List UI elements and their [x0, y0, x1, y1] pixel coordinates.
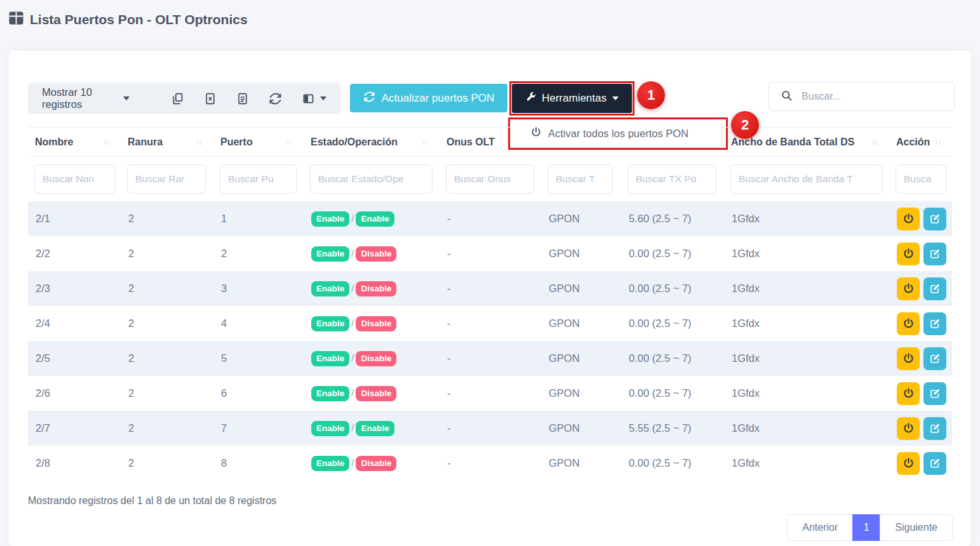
filter-puerto-input[interactable]: [220, 164, 297, 194]
filter-ranura-input[interactable]: [127, 164, 206, 194]
power-icon: [903, 457, 915, 469]
admin-state-badge: Enable: [311, 351, 349, 366]
oper-state-badge: Enable: [356, 421, 394, 436]
state-separator: /: [351, 213, 354, 223]
admin-state-badge: Enable: [311, 281, 349, 296]
toggle-port-button[interactable]: [897, 277, 920, 300]
bandwidth-value: 1Gfdx: [732, 422, 760, 434]
edit-icon: [929, 353, 941, 364]
port-value: 8: [221, 457, 227, 469]
toggle-port-button[interactable]: [897, 312, 920, 335]
reload-icon[interactable]: [269, 92, 282, 105]
edit-port-button[interactable]: [923, 417, 946, 440]
tx-power-value: 0.00 (2.5 ~ 7): [629, 352, 692, 364]
sort-icon: ↑↓: [871, 138, 878, 147]
edit-icon: [929, 283, 941, 295]
edit-port-button[interactable]: [923, 347, 946, 370]
filter-estado-input[interactable]: [310, 164, 433, 194]
filter-onus-input[interactable]: [446, 164, 534, 194]
page: Lista Puertos Pon - OLT Optronics Mostra…: [0, 0, 980, 546]
slot-value: 2: [128, 248, 134, 259]
refresh-icon: [363, 91, 375, 106]
edit-icon: [929, 213, 941, 225]
table-row: 2/3 2 3 Enable/Disable - GPON 0.00 (2.5 …: [28, 271, 952, 306]
state-separator: /: [351, 317, 354, 328]
toggle-port-button[interactable]: [897, 417, 920, 440]
edit-port-button[interactable]: [923, 382, 946, 405]
pagination-next-button[interactable]: Siguiente: [880, 514, 953, 541]
bandwidth-value: 1Gfdx: [732, 213, 760, 224]
onus-value: -: [447, 422, 451, 434]
page-title: Lista Puertos Pon - OLT Optronics: [9, 11, 248, 28]
power-icon: [903, 387, 915, 399]
bandwidth-value: 1Gfdx: [732, 352, 760, 364]
pagination-page-1[interactable]: 1: [852, 514, 880, 541]
table-row: 2/2 2 2 Enable/Disable - GPON 0.00 (2.5 …: [28, 236, 952, 271]
admin-state-badge: Enable: [311, 386, 349, 401]
sort-icon: ↑↓: [422, 138, 428, 147]
copy-icon[interactable]: [171, 92, 184, 105]
chevron-down-icon: [320, 97, 326, 100]
col-header-estado-operacion[interactable]: Estado/Operación↑↓: [304, 128, 440, 157]
filter-tipo-input[interactable]: [547, 164, 613, 194]
admin-state-badge: Enable: [311, 246, 349, 262]
admin-state-badge: Enable: [311, 316, 349, 331]
filter-tx-input[interactable]: [628, 164, 716, 194]
tx-power-value: 0.00 (2.5 ~ 7): [629, 457, 692, 469]
sort-icon: ↑↓: [934, 138, 941, 147]
edit-port-button[interactable]: [923, 452, 946, 475]
edit-icon: [929, 318, 941, 330]
edit-port-button[interactable]: [923, 208, 946, 230]
port-name: 2/6: [36, 387, 50, 399]
filter-accion-input[interactable]: [896, 164, 946, 194]
bandwidth-value: 1Gfdx: [732, 387, 760, 399]
port-name: 2/8: [36, 457, 50, 469]
refresh-pon-ports-button[interactable]: Actualizar puertos PON: [350, 84, 507, 112]
export-buttons: [151, 92, 326, 105]
edit-port-button[interactable]: [923, 312, 946, 335]
col-header-ranura[interactable]: Ranura↑↓: [121, 128, 213, 157]
state-separator: /: [351, 283, 354, 293]
tipo-value: GPON: [549, 248, 580, 259]
tx-power-value: 0.00 (2.5 ~ 7): [629, 317, 692, 329]
edit-icon: [929, 423, 941, 434]
col-header-nombre[interactable]: Nombre↑↓: [28, 128, 121, 157]
slot-value: 2: [128, 352, 134, 364]
search-container: [769, 82, 955, 111]
edit-port-button[interactable]: [923, 243, 946, 265]
activate-all-ports-menu-item[interactable]: Activar todos los puertos PON: [548, 128, 688, 140]
toggle-port-button[interactable]: [897, 347, 920, 370]
filter-nombre-input[interactable]: [34, 164, 116, 194]
tools-dropdown-button[interactable]: Herramientas: [512, 84, 632, 113]
bandwidth-value: 1Gfdx: [732, 317, 760, 329]
power-icon: [903, 248, 915, 260]
bandwidth-value: 1Gfdx: [732, 248, 760, 259]
file-export-icon[interactable]: [236, 92, 249, 105]
tipo-value: GPON: [549, 213, 580, 224]
column-visibility-icon[interactable]: [302, 92, 326, 105]
search-input[interactable]: [802, 91, 929, 102]
onus-value: -: [447, 457, 451, 469]
col-header-accion[interactable]: Acción↑↓: [889, 128, 952, 157]
toggle-port-button[interactable]: [897, 208, 920, 230]
show-entries-dropdown[interactable]: Mostrar 10 registros: [42, 86, 130, 110]
toggle-port-button[interactable]: [897, 243, 920, 265]
sort-icon: ↑↓: [286, 138, 292, 147]
edit-port-button[interactable]: [923, 277, 946, 300]
power-icon: [530, 126, 542, 140]
table-row: 2/1 2 1 Enable/Enable - GPON 5.60 (2.5 ~…: [28, 201, 952, 236]
port-value: 7: [221, 422, 227, 434]
power-icon: [903, 352, 915, 364]
oper-state-badge: Disable: [356, 316, 396, 331]
pagination-prev-button[interactable]: Anterior: [787, 514, 853, 541]
col-header-puerto[interactable]: Puerto↑↓: [213, 128, 304, 157]
toggle-port-button[interactable]: [897, 382, 920, 405]
toggle-port-button[interactable]: [897, 452, 920, 475]
excel-export-icon[interactable]: [204, 92, 217, 105]
datatable-toolbar: Mostrar 10 registros: [28, 83, 340, 114]
port-value: 3: [221, 283, 227, 294]
filter-ancho-input[interactable]: [730, 164, 883, 194]
tx-power-value: 5.60 (2.5 ~ 7): [629, 213, 692, 224]
table-row: 2/4 2 4 Enable/Disable - GPON 0.00 (2.5 …: [28, 306, 952, 341]
port-value: 2: [221, 248, 227, 259]
